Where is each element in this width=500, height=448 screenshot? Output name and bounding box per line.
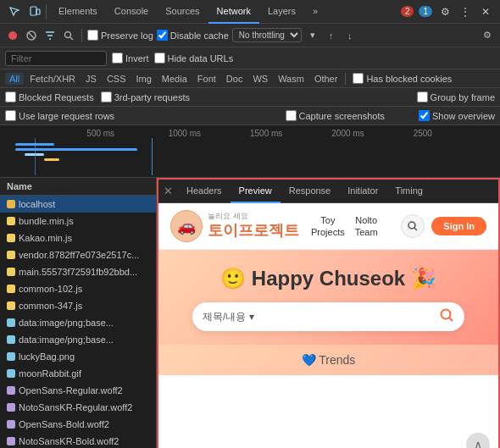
file-list-items: localhost bundle.min.js Kakao.min.js ven… (0, 196, 156, 448)
clear-btn[interactable] (24, 28, 39, 43)
hide-data-urls-checkbox[interactable] (154, 53, 165, 64)
has-blocked-cookies-checkbox[interactable] (353, 73, 364, 84)
file-item[interactable]: data:image/png;base... (0, 314, 156, 331)
tab-layers[interactable]: Layers (259, 0, 304, 24)
type-btn-all[interactable]: All (5, 73, 24, 85)
type-btn-css[interactable]: CSS (103, 73, 131, 85)
type-btn-fetch[interactable]: Fetch/XHR (25, 73, 80, 85)
invert-label[interactable]: Invert (112, 53, 149, 64)
large-rows-label[interactable]: Use large request rows (5, 110, 114, 121)
group-by-frame-checkbox[interactable] (417, 91, 428, 102)
sub-tab-headers[interactable]: Headers (178, 180, 231, 203)
type-btn-font[interactable]: Font (193, 73, 220, 85)
type-btn-other[interactable]: Other (310, 73, 342, 85)
disable-cache-label[interactable]: Disable cache (157, 30, 229, 41)
blocked-requests-checkbox[interactable] (5, 91, 16, 102)
record-btn[interactable] (5, 28, 20, 43)
throttle-icon[interactable]: ▾ (305, 28, 320, 43)
throttle-select[interactable]: No throttling (232, 28, 302, 42)
options-row: Blocked Requests 3rd-party requests Grou… (0, 88, 500, 107)
file-item[interactable]: localhost (0, 196, 156, 213)
file-item[interactable]: luckyBag.png (0, 348, 156, 365)
nav-toy-projects[interactable]: ToyProjects (311, 214, 345, 239)
file-item[interactable]: NotoSansKR-Bold.woff2 (0, 433, 156, 448)
has-blocked-cookies-label[interactable]: Has blocked cookies (353, 73, 452, 84)
preview-wrapper[interactable]: 🚗 놀리요 세요 토이프로젝트 ToyProjects NoltoTeam (158, 203, 498, 448)
more-icon[interactable]: ⋮ (458, 4, 473, 19)
file-item[interactable]: moonRabbit.gif (0, 365, 156, 382)
file-type-icon (7, 285, 15, 293)
large-rows-checkbox[interactable] (5, 110, 16, 121)
type-btn-js[interactable]: JS (81, 73, 101, 85)
type-btn-img[interactable]: Img (132, 73, 156, 85)
file-name-label: NotoSansKR-Bold.woff2 (19, 436, 119, 446)
file-name-label: data:image/png;base... (19, 318, 114, 328)
site-search-btn[interactable] (401, 214, 425, 238)
close-icon[interactable]: ✕ (478, 4, 493, 19)
file-name-label: OpenSans-Bold.woff2 (19, 419, 109, 429)
preserve-log-label[interactable]: Preserve log (87, 30, 153, 41)
website-preview: 🚗 놀리요 세요 토이프로젝트 ToyProjects NoltoTeam (158, 203, 498, 448)
type-btn-wasm[interactable]: Wasm (274, 73, 308, 85)
sign-in-btn[interactable]: Sign In (431, 217, 486, 235)
file-item[interactable]: vendor.8782ff7e073e2517c... (0, 246, 156, 263)
site-hero: 🙂 Happy Chuseok 🎉 제목/내용 ▾ (158, 250, 498, 345)
file-item[interactable]: OpenSans-Regular.woff2 (0, 382, 156, 399)
sub-tab-timing[interactable]: Timing (386, 180, 431, 203)
hide-data-urls-label[interactable]: Hide data URLs (154, 53, 234, 64)
third-party-label[interactable]: 3rd-party requests (101, 91, 190, 102)
tab-console[interactable]: Console (106, 0, 157, 24)
svg-line-4 (28, 32, 35, 39)
show-overview-label[interactable]: Show overview (419, 110, 495, 121)
import-btn[interactable]: ↑ (324, 28, 339, 43)
tab-network[interactable]: Network (208, 0, 259, 24)
svg-line-6 (70, 37, 73, 40)
filter-input[interactable] (5, 51, 107, 66)
file-item[interactable]: Kakao.min.js (0, 230, 156, 246)
type-btn-ws[interactable]: WS (248, 73, 272, 85)
sub-tab-initiator[interactable]: Initiator (339, 180, 386, 203)
tab-elements[interactable]: Elements (50, 0, 106, 24)
capture-screenshots-checkbox[interactable] (286, 110, 297, 121)
invert-checkbox[interactable] (112, 53, 123, 64)
main-area: Name localhost bundle.min.js Kakao.min.j… (0, 178, 500, 448)
group-by-frame-label[interactable]: Group by frame (417, 91, 495, 102)
tab-more[interactable]: » (304, 0, 326, 24)
file-item[interactable]: NotoSansKR-Regular.woff2 (0, 399, 156, 416)
filter-btn[interactable] (42, 28, 58, 43)
file-item[interactable]: bundle.min.js (0, 213, 156, 230)
sub-tab-close-btn[interactable]: ✕ (164, 185, 173, 197)
disable-cache-checkbox[interactable] (157, 30, 168, 41)
nav-nolto-team[interactable]: NoltoTeam (355, 214, 378, 239)
search-bar-icon[interactable] (439, 307, 454, 326)
file-item[interactable]: OpenSans-Bold.woff2 (0, 416, 156, 433)
blocked-requests-label[interactable]: Blocked Requests (5, 91, 94, 102)
search-btn[interactable] (61, 28, 76, 43)
tab-sources[interactable]: Sources (157, 0, 208, 24)
third-party-checkbox[interactable] (101, 91, 112, 102)
network-settings-btn[interactable]: ⚙ (480, 28, 495, 43)
show-overview-checkbox[interactable] (419, 110, 430, 121)
type-btn-doc[interactable]: Doc (222, 73, 247, 85)
svg-point-7 (408, 222, 415, 229)
file-item[interactable]: common-102.js (0, 280, 156, 297)
type-btn-media[interactable]: Media (158, 73, 192, 85)
svg-rect-0 (31, 7, 36, 15)
device-icon[interactable] (27, 4, 42, 19)
inspect-icon[interactable] (7, 4, 22, 19)
site-search-bar[interactable]: 제목/내용 ▾ (192, 302, 464, 331)
hero-title: 🙂 Happy Chuseok 🎉 (175, 267, 481, 290)
export-btn[interactable]: ↓ (342, 28, 358, 43)
settings-icon[interactable]: ⚙ (437, 4, 453, 19)
capture-screenshots-label[interactable]: Capture screenshots (286, 110, 386, 121)
file-item[interactable]: common-347.js (0, 297, 156, 314)
logo-circle: 🚗 (170, 210, 203, 242)
sub-tab-preview[interactable]: Preview (231, 180, 281, 203)
file-type-icon (7, 301, 15, 310)
sub-tab-response[interactable]: Response (281, 180, 340, 203)
file-item[interactable]: main.55573f72591fb92bbd... (0, 263, 156, 280)
file-type-icon (7, 318, 15, 327)
preserve-log-checkbox[interactable] (87, 30, 98, 41)
file-item[interactable]: data:image/png;base... (0, 331, 156, 348)
file-name-label: NotoSansKR-Regular.woff2 (19, 402, 132, 412)
